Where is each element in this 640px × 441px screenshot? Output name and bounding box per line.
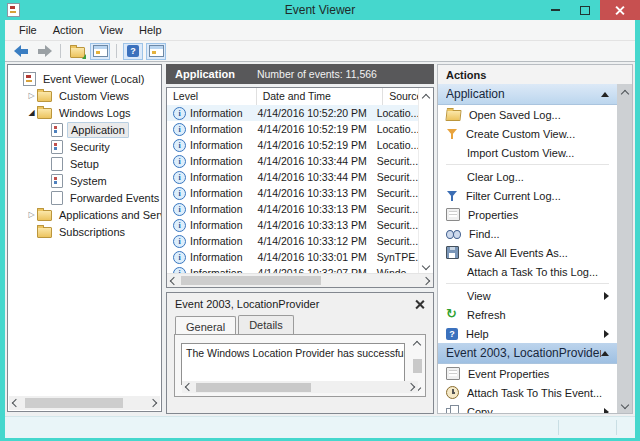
tree-item-system[interactable]: System bbox=[8, 172, 161, 189]
scrollbar-thumb[interactable] bbox=[413, 359, 422, 373]
tree-horizontal-scrollbar[interactable] bbox=[9, 396, 160, 410]
table-row[interactable]: Information4/14/2016 10:52:19 PMLocatio.… bbox=[167, 137, 418, 153]
action-refresh[interactable]: Refresh bbox=[438, 305, 617, 324]
help-icon bbox=[127, 45, 139, 57]
table-vertical-scrollbar[interactable] bbox=[418, 88, 433, 274]
level-text: Information bbox=[190, 139, 243, 151]
table-horizontal-scrollbar[interactable] bbox=[167, 273, 433, 287]
tree-item-subscriptions[interactable]: Subscriptions bbox=[8, 223, 161, 240]
menu-file[interactable]: File bbox=[11, 22, 45, 38]
tab-details[interactable]: Details bbox=[238, 315, 294, 334]
collapse-icon[interactable] bbox=[601, 92, 609, 97]
action-label: Refresh bbox=[467, 309, 617, 321]
tree-item-label: Custom Views bbox=[56, 89, 132, 103]
maximize-button[interactable] bbox=[570, 0, 600, 20]
table-row[interactable]: Information4/14/2016 10:33:13 PMSecurit.… bbox=[167, 201, 418, 217]
level-text: Information bbox=[190, 219, 243, 231]
action-find[interactable]: Find... bbox=[438, 224, 617, 243]
action-event-properties[interactable]: Event Properties bbox=[438, 364, 617, 383]
menu-view[interactable]: View bbox=[91, 22, 131, 38]
action-help[interactable]: Help bbox=[438, 324, 617, 343]
level-cell: Information bbox=[167, 203, 252, 216]
menu-action[interactable]: Action bbox=[45, 22, 92, 38]
table-row[interactable]: Information4/14/2016 10:33:44 PMSecurit.… bbox=[167, 169, 418, 185]
tree-item-label: Windows Logs bbox=[56, 106, 134, 120]
action-create-custom-view[interactable]: Create Custom View... bbox=[438, 124, 617, 143]
tree-item-label: Setup bbox=[67, 157, 102, 171]
actions-pane: Actions ApplicationOpen Saved Log...Crea… bbox=[437, 64, 633, 414]
toolbar-export-log-button[interactable] bbox=[67, 43, 87, 60]
column-header-date-and-time[interactable]: Date and Time bbox=[257, 88, 384, 105]
scroll-left-icon[interactable] bbox=[182, 380, 196, 394]
table-row[interactable]: Information4/14/2016 10:33:13 PMSecurit.… bbox=[167, 185, 418, 201]
collapse-icon[interactable] bbox=[601, 351, 609, 356]
scroll-right-icon[interactable] bbox=[146, 396, 160, 410]
tree-item-custom-views[interactable]: ▷Custom Views bbox=[8, 87, 161, 104]
page-icon bbox=[51, 157, 63, 171]
tree-item-label: System bbox=[67, 174, 110, 188]
scroll-right-icon[interactable] bbox=[404, 380, 418, 394]
folder-icon bbox=[37, 227, 52, 238]
scrollbar-thumb[interactable] bbox=[181, 276, 321, 285]
scroll-up-icon[interactable] bbox=[423, 91, 429, 103]
action-attach-a-task-to-this-log[interactable]: Attach a Task To this Log... bbox=[438, 262, 617, 281]
toolbar-back-arrow-button[interactable] bbox=[11, 43, 31, 60]
tree-item-applications-and-services-lo[interactable]: ▷Applications and Services Lo bbox=[8, 206, 161, 223]
information-icon bbox=[173, 203, 186, 216]
actions-section-header-application[interactable]: Application bbox=[438, 84, 617, 105]
datetime-cell: 4/14/2016 10:33:44 PM bbox=[252, 171, 371, 183]
table-row[interactable]: Information4/14/2016 10:33:44 PMSecurit.… bbox=[167, 153, 418, 169]
event-table: LevelDate and TimeSource Information4/14… bbox=[166, 87, 434, 288]
information-icon bbox=[173, 171, 186, 184]
action-filter-current-log[interactable]: Filter Current Log... bbox=[438, 186, 617, 205]
action-open-saved-log[interactable]: Open Saved Log... bbox=[438, 105, 617, 124]
action-save-all-events-as[interactable]: Save All Events As... bbox=[438, 243, 617, 262]
action-attach-task-to-this-event[interactable]: Attach Task To This Event... bbox=[438, 383, 617, 402]
toolbar-console-window-button[interactable] bbox=[90, 43, 110, 60]
tree-item-forwarded-events[interactable]: Forwarded Events bbox=[8, 189, 161, 206]
toolbar-help-button[interactable] bbox=[123, 43, 143, 60]
actions-section-header-event-2003-locationprovider[interactable]: Event 2003, LocationProvider bbox=[438, 343, 617, 364]
tree-item-setup[interactable]: Setup bbox=[8, 155, 161, 172]
information-icon bbox=[173, 235, 186, 248]
table-row[interactable]: Information4/14/2016 10:33:13 PMSecurit.… bbox=[167, 217, 418, 233]
tree-item-event-viewer-local-[interactable]: Event Viewer (Local) bbox=[8, 70, 161, 87]
action-clear-log[interactable]: Clear Log... bbox=[438, 167, 617, 186]
close-button[interactable] bbox=[600, 0, 640, 20]
scroll-down-icon[interactable] bbox=[423, 259, 429, 271]
toolbar-action-pane-button[interactable] bbox=[146, 43, 166, 60]
tab-general[interactable]: General bbox=[175, 316, 236, 335]
menu-help[interactable]: Help bbox=[131, 22, 170, 38]
table-row[interactable]: Information4/14/2016 10:33:12 PMSecurit.… bbox=[167, 233, 418, 249]
table-row[interactable]: Information4/14/2016 10:33:01 PMSynTPE..… bbox=[167, 249, 418, 265]
level-cell: Information bbox=[167, 171, 252, 184]
scroll-right-icon[interactable] bbox=[419, 274, 433, 288]
scroll-left-icon[interactable] bbox=[167, 274, 181, 288]
toolbar-forward-arrow-button[interactable] bbox=[34, 43, 54, 60]
minimize-button[interactable] bbox=[540, 0, 570, 20]
preview-horizontal-scrollbar[interactable] bbox=[182, 381, 418, 393]
forward-arrow-icon bbox=[37, 46, 52, 56]
actions-vertical-scrollbar[interactable] bbox=[617, 84, 632, 413]
tree-expander[interactable]: ▷ bbox=[26, 206, 37, 223]
table-row[interactable]: Information4/14/2016 10:52:19 PMLocatio.… bbox=[167, 121, 418, 137]
scrollbar-thumb[interactable] bbox=[196, 383, 311, 392]
tree-item-security[interactable]: Security bbox=[8, 138, 161, 155]
preview-close-icon[interactable] bbox=[413, 297, 427, 311]
scrollbar-thumb[interactable] bbox=[25, 398, 123, 408]
tree-expander[interactable]: ◢ bbox=[26, 104, 37, 121]
action-import-custom-view[interactable]: Import Custom View... bbox=[438, 143, 617, 162]
column-header-level[interactable]: Level bbox=[167, 88, 257, 105]
action-properties[interactable]: Properties bbox=[438, 205, 617, 224]
scroll-up-icon[interactable] bbox=[622, 87, 628, 99]
scroll-left-icon[interactable] bbox=[9, 396, 23, 410]
tree-item-application[interactable]: Application bbox=[8, 121, 161, 138]
tree-expander[interactable]: ▷ bbox=[26, 87, 37, 104]
action-copy[interactable]: Copy bbox=[438, 402, 617, 413]
action-label: Properties bbox=[468, 209, 617, 221]
tree-item-windows-logs[interactable]: ◢Windows Logs bbox=[8, 104, 161, 121]
scroll-up-icon[interactable] bbox=[414, 338, 420, 350]
scroll-down-icon[interactable] bbox=[622, 398, 628, 410]
table-row[interactable]: Information4/14/2016 10:52:20 PMLocatio.… bbox=[167, 105, 418, 121]
action-view[interactable]: View bbox=[438, 286, 617, 305]
